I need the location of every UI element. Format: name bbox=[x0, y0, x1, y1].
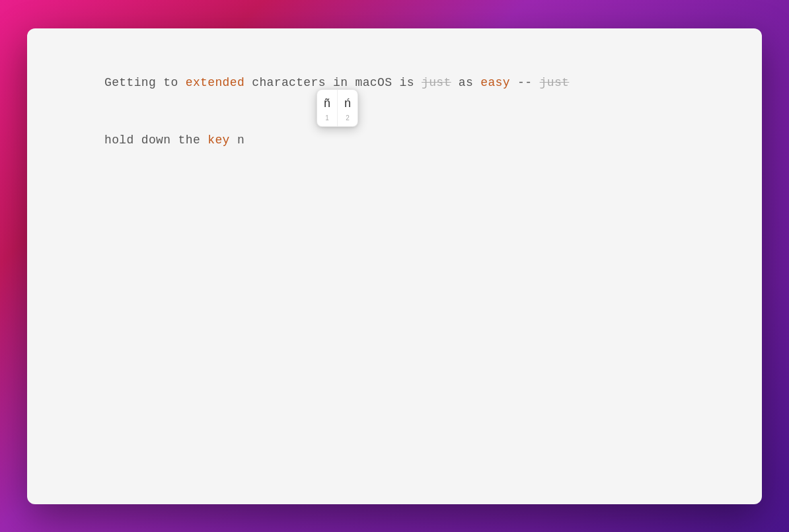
char-option-1[interactable]: ñ 1 bbox=[317, 90, 338, 127]
char-number-2: 2 bbox=[346, 113, 350, 124]
text-space3 bbox=[473, 76, 480, 89]
text-key: key bbox=[207, 133, 230, 147]
char-number-1: 1 bbox=[325, 113, 329, 124]
text-as: as bbox=[459, 76, 473, 89]
char-glyph-2: ń bbox=[344, 94, 351, 113]
text-space1 bbox=[178, 76, 186, 89]
char-glyph-1: ñ bbox=[324, 94, 330, 113]
text-space2 bbox=[451, 76, 459, 89]
text-hold: hold down the bbox=[104, 133, 207, 147]
text-just-1: just bbox=[422, 76, 451, 89]
text-easy: easy bbox=[480, 76, 510, 89]
text-dash: -- bbox=[510, 76, 540, 89]
text-extended: extended bbox=[186, 76, 244, 89]
editor-window: ñ 1 ń 2 Getting to extended characters i… bbox=[27, 28, 762, 504]
char-option-2[interactable]: ń 2 bbox=[338, 90, 357, 127]
text-getting: Getting bbox=[104, 76, 163, 89]
text-line-1: Getting to extended characters in macOS … bbox=[60, 55, 729, 112]
text-line-2: hold down the key n bbox=[60, 112, 729, 169]
text-n: n bbox=[230, 133, 244, 147]
text-just-2: just bbox=[540, 76, 570, 89]
char-picker-popup[interactable]: ñ 1 ń 2 bbox=[317, 89, 358, 128]
content-area[interactable]: ñ 1 ń 2 Getting to extended characters i… bbox=[60, 55, 729, 169]
text-characters: characters in macOS is bbox=[244, 76, 422, 89]
text-to: to bbox=[163, 76, 178, 89]
